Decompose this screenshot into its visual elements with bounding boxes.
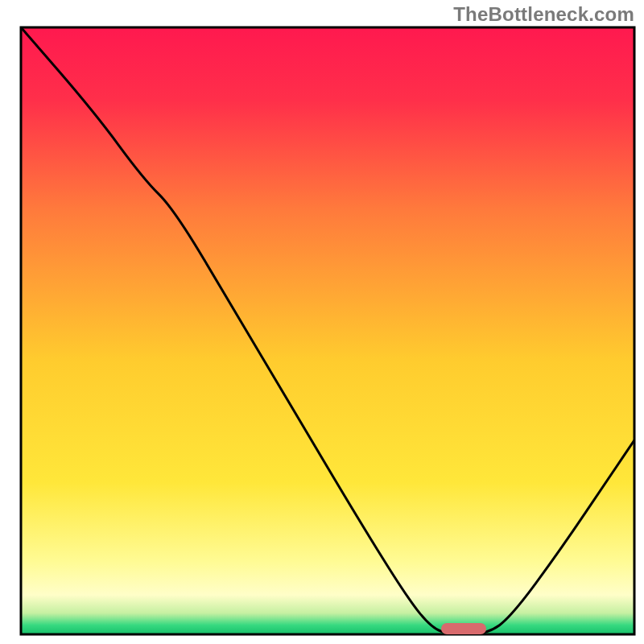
chart-stage: TheBottleneck.com	[0, 0, 644, 644]
plot-background	[21, 27, 634, 634]
optimal-marker-pill	[441, 623, 486, 634]
chart-svg	[0, 0, 644, 644]
